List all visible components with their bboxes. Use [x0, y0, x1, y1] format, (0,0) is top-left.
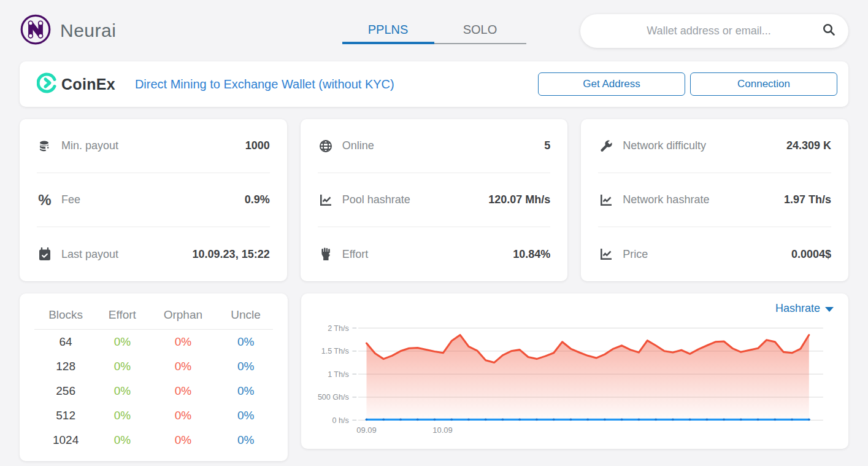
- brand: Neurai: [20, 14, 312, 48]
- stat-value: 10.84%: [513, 248, 550, 261]
- globe-icon: [318, 139, 334, 153]
- effort-cell: 0%: [97, 428, 147, 452]
- network-stats-card: Network difficulty 24.309 K Network hash…: [581, 119, 848, 281]
- fist-icon: [318, 247, 334, 261]
- uncle-cell: 0%: [218, 379, 273, 403]
- hashrate-chart-card: Hashrate 2 Th/s1.5 Th/s1 Th/s500 Gh/s0 h…: [301, 293, 848, 449]
- effort-cell: 0%: [97, 330, 147, 355]
- stat-label: Online: [342, 139, 545, 152]
- stat-value: 120.07 Mh/s: [488, 193, 550, 206]
- svg-text:09.09: 09.09: [356, 426, 376, 435]
- table-row: 512 0% 0% 0%: [34, 403, 273, 428]
- stat-label: Fee: [61, 193, 245, 206]
- hashrate-chart: 2 Th/s1.5 Th/s1 Th/s500 Gh/s0 h/s09.0910…: [312, 317, 837, 443]
- orphan-cell: 0%: [148, 403, 219, 428]
- blocks-cell: 256: [34, 379, 97, 403]
- tab-pplns[interactable]: PPLNS: [342, 18, 434, 44]
- stat-value: 1000: [245, 139, 270, 152]
- stat-label: Effort: [342, 248, 513, 261]
- uncle-cell: 0%: [218, 330, 273, 355]
- uncle-cell: 0%: [218, 403, 273, 428]
- stat-label: Network hashrate: [623, 193, 784, 206]
- stat-row-last-payout: Last payout 10.09.23, 15:22: [37, 227, 270, 281]
- blocks-cell: 512: [34, 403, 97, 428]
- stat-row-network-difficulty: Network difficulty 24.309 K: [598, 119, 831, 173]
- column-header-orphan: Orphan: [148, 305, 219, 330]
- table-row: 1024 0% 0% 0%: [34, 428, 273, 452]
- column-header-effort: Effort: [97, 305, 147, 330]
- blocks-cell: 128: [34, 354, 97, 379]
- page-title: Neurai: [60, 20, 116, 41]
- stat-value: 0.9%: [245, 193, 270, 206]
- stat-label: Pool hashrate: [342, 193, 489, 206]
- stat-label: Last payout: [61, 248, 193, 261]
- hashrate-dropdown[interactable]: Hashrate: [775, 302, 834, 315]
- stat-row-min-payout: Min. payout 1000: [37, 119, 270, 173]
- blocks-cell: 1024: [34, 428, 97, 452]
- svg-text:0 h/s: 0 h/s: [332, 416, 349, 425]
- get-address-button[interactable]: Get Address: [538, 72, 685, 96]
- search-input[interactable]: [596, 25, 821, 37]
- stat-label: Network difficulty: [623, 139, 786, 152]
- chart-line-icon: [318, 193, 334, 207]
- stat-row-fee: % Fee 0.9%: [37, 173, 270, 227]
- tab-solo[interactable]: SOLO: [434, 18, 526, 44]
- blocks-table-header-row: Blocks Effort Orphan Uncle: [34, 305, 273, 330]
- chevron-down-icon: [825, 307, 834, 312]
- coinex-logo: CoinEx: [37, 72, 115, 96]
- stat-row-pool-hashrate: Pool hashrate 120.07 Mh/s: [318, 173, 551, 227]
- pool-stats-card: Online 5 Pool hashrate 120.07 Mh/s: [301, 119, 568, 281]
- blocks-table-card: Blocks Effort Orphan Uncle 64 0% 0% 0% 1…: [20, 293, 288, 461]
- coinex-mark-icon: [37, 72, 58, 96]
- stat-label: Min. payout: [61, 139, 245, 152]
- chart-line-icon: [598, 193, 614, 207]
- stat-value: 5: [544, 139, 550, 152]
- stat-row-network-hashrate: Network hashrate 1.97 Th/s: [598, 173, 831, 227]
- stat-row-price: Price 0.0004$: [598, 227, 831, 281]
- coinex-banner: CoinEx Direct Mining to Exchange Wallet …: [20, 61, 848, 107]
- wrench-icon: [598, 139, 614, 153]
- stat-row-online: Online 5: [318, 119, 551, 173]
- neurai-logo-icon: [20, 14, 52, 48]
- stat-row-effort: Effort 10.84%: [318, 227, 551, 281]
- column-header-blocks: Blocks: [34, 305, 97, 330]
- table-row: 64 0% 0% 0%: [34, 330, 273, 355]
- stats-row: Min. payout 1000 % Fee 0.9% Last payout …: [20, 119, 848, 281]
- svg-text:10.09: 10.09: [432, 426, 452, 435]
- percent-icon: %: [37, 192, 53, 209]
- stat-value: 0.0004$: [791, 248, 831, 261]
- uncle-cell: 0%: [218, 428, 273, 452]
- coins-icon: [37, 139, 53, 153]
- stat-value: 24.309 K: [786, 139, 831, 152]
- svg-text:500 Gh/s: 500 Gh/s: [318, 393, 349, 402]
- table-row: 128 0% 0% 0%: [34, 354, 273, 379]
- payout-stats-card: Min. payout 1000 % Fee 0.9% Last payout …: [20, 119, 287, 281]
- calendar-check-icon: [37, 247, 53, 261]
- stat-value: 10.09.23, 15:22: [193, 248, 270, 261]
- hashrate-dropdown-label: Hashrate: [775, 302, 820, 315]
- mode-tabs: PPLNS SOLO: [312, 18, 557, 44]
- svg-text:2 Th/s: 2 Th/s: [328, 324, 349, 333]
- column-header-uncle: Uncle: [218, 305, 273, 330]
- chart-line-icon: [598, 247, 614, 261]
- orphan-cell: 0%: [148, 428, 219, 452]
- banner-text[interactable]: Direct Mining to Exchange Wallet (withou…: [135, 77, 538, 91]
- search-box: [580, 14, 848, 48]
- effort-cell: 0%: [97, 354, 147, 379]
- stat-label: Price: [623, 248, 791, 261]
- blocks-table: Blocks Effort Orphan Uncle 64 0% 0% 0% 1…: [34, 305, 273, 452]
- blocks-cell: 64: [34, 330, 97, 355]
- search-icon[interactable]: [821, 22, 836, 39]
- stat-value: 1.97 Th/s: [784, 193, 831, 206]
- orphan-cell: 0%: [148, 330, 219, 355]
- svg-text:1.5 Th/s: 1.5 Th/s: [321, 347, 349, 355]
- svg-text:1 Th/s: 1 Th/s: [328, 370, 349, 379]
- table-row: 256 0% 0% 0%: [34, 379, 273, 403]
- effort-cell: 0%: [97, 379, 147, 403]
- orphan-cell: 0%: [148, 379, 219, 403]
- effort-cell: 0%: [97, 403, 147, 428]
- orphan-cell: 0%: [148, 354, 219, 379]
- connection-button[interactable]: Connection: [690, 72, 837, 96]
- uncle-cell: 0%: [218, 354, 273, 379]
- coinex-wordmark: CoinEx: [61, 76, 115, 93]
